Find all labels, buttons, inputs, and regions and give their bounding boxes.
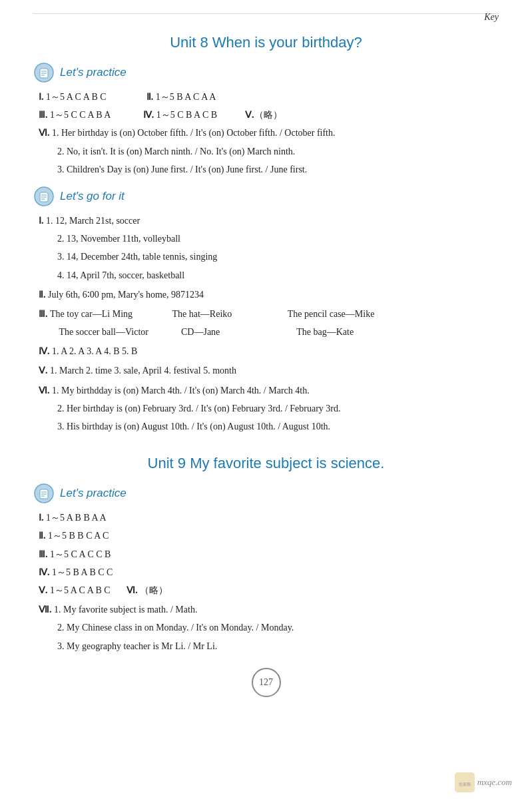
u9-roman-III: Ⅲ. (39, 549, 48, 559)
unit8-s2-v-line: Ⅴ. 1. March 2. time 3. sale, April 4. fe… (39, 362, 499, 379)
unit8-s1-l1-col2: Ⅱ. 1～5 B A C A A (146, 89, 216, 105)
unit8-section2-header: Let's go for it (33, 186, 499, 207)
u9-roman-I: Ⅰ. (39, 513, 44, 523)
roman-IV-s1: Ⅳ. (143, 110, 154, 120)
page-number-area: 127 (33, 668, 499, 697)
unit8-s2-vi-line2: 2. Her birthday is (on) February 3rd. / … (57, 400, 499, 417)
page-number: 127 (252, 668, 281, 697)
roman-III: Ⅲ. (39, 110, 48, 120)
lets-practice-icon (33, 62, 55, 83)
key-label: Key (484, 12, 499, 23)
u9-roman-VII: Ⅶ. (39, 605, 52, 615)
u9-s1-vii-line2: 2. My Chinese class in on Monday. / It's… (57, 619, 499, 636)
unit8-s2-i-line4: 4. 14, April 7th, soccer, basketball (57, 267, 499, 284)
u9-s1-vii-line3: 3. My geography teacher is Mr Li. / Mr L… (57, 638, 499, 655)
roman-II-s2: Ⅱ. (39, 290, 46, 300)
iii-r2-c3: The bag—Kate (296, 327, 354, 337)
u9-s1-line-ii: Ⅱ. 1～5 B B C A C (39, 527, 499, 544)
unit8-s1-line2: Ⅲ. 1～5 C C A B A Ⅳ. 1～5 C B A C B Ⅴ.（略） (39, 107, 499, 123)
unit8-s2-ii-line: Ⅱ. July 6th, 6∶00 pm, Mary's home, 98712… (39, 286, 499, 303)
u9-s1-line-iv: Ⅳ. 1～5 B A B C C (39, 564, 499, 581)
unit8-title: Unit 8 When is your birthday? (33, 34, 499, 51)
iii-r1-c1: The toy car—Li Ming (50, 306, 170, 322)
svg-text:答案圈: 答案圈 (459, 782, 471, 786)
unit8-s2-iii-row1: Ⅲ. The toy car—Li Ming The hat—Reiko The… (39, 306, 499, 322)
roman-II: Ⅱ. (146, 92, 154, 102)
iii-r1-c2: The hat—Reiko (172, 306, 286, 322)
u9-s1-line-iii: Ⅲ. 1～5 C A C C B (39, 546, 499, 563)
watermark: 答案圈 mxqe.com (455, 772, 512, 792)
roman-IV-s2: Ⅳ. (39, 346, 50, 356)
unit8-s1-l1-col1: Ⅰ. 1～5 A C A B C (39, 89, 107, 105)
top-divider (33, 13, 499, 14)
roman-I: Ⅰ. (39, 92, 44, 102)
page: Key Unit 8 When is your birthday? Let's … (0, 0, 532, 799)
iii-r2-c1: The soccer ball—Victor (59, 324, 179, 340)
unit8-s2-i-line1: Ⅰ. 1. 12, March 21st, soccer (39, 212, 499, 229)
unit8-s2-i-line2: 2. 13, November 11th, volleyball (57, 230, 499, 247)
roman-I-s2: Ⅰ. (39, 216, 44, 226)
unit8-s1-vi-label-line: Ⅵ. 1. Her birthday is (on) October fifth… (39, 125, 499, 141)
u9-s1-line-i: Ⅰ. 1～5 A B B A A (39, 509, 499, 526)
unit8-section2-title: Let's go for it (60, 190, 125, 203)
unit9-section1-content: Ⅰ. 1～5 A B B A A Ⅱ. 1～5 B B C A C Ⅲ. 1～5… (39, 509, 499, 655)
u9-s1-line-v: Ⅴ. 1～5 A C A B C Ⅵ. （略） (39, 582, 499, 599)
unit8-section1-content: Ⅰ. 1～5 A C A B C Ⅱ. 1～5 B A C A A Ⅲ. 1～5… (39, 89, 499, 178)
unit8-section1-header: Let's practice (33, 62, 499, 83)
lets-go-icon (33, 186, 55, 207)
watermark-text: mxqe.com (477, 777, 512, 788)
unit9-lets-practice-icon (33, 483, 55, 504)
u9-roman-VI: Ⅵ. (127, 585, 138, 595)
unit8-s1-line1: Ⅰ. 1～5 A C A B C Ⅱ. 1～5 B A C A A (39, 89, 499, 105)
unit8-s2-i-line3: 3. 14, December 24th, table tennis, sing… (57, 248, 499, 265)
unit9-section1-title: Let's practice (60, 487, 127, 500)
iii-r1-c3: The pencil case—Mike (288, 309, 375, 319)
roman-V-s1: Ⅴ. (245, 110, 254, 120)
iii-r2-c2: CD—Jane (181, 324, 294, 340)
unit8-s2-iii-row2: The soccer ball—Victor CD—Jane The bag—K… (39, 324, 499, 340)
roman-VI-s2: Ⅵ. (39, 386, 50, 396)
roman-VI-s1: Ⅵ. (39, 128, 50, 138)
u9-roman-II: Ⅱ. (39, 531, 46, 541)
unit8-section2-content: Ⅰ. 1. 12, March 21st, soccer 2. 13, Nove… (39, 212, 499, 435)
unit8-s2-vi-line3: 3. His birthday is (on) August 10th. / I… (57, 418, 499, 435)
unit8-section1-title: Let's practice (60, 66, 127, 79)
roman-V-s2: Ⅴ. (39, 366, 48, 376)
unit8-s2-vi-line1: Ⅵ. 1. My birthdday is (on) March 4th. / … (39, 382, 499, 399)
u9-roman-IV: Ⅳ. (39, 567, 50, 577)
unit9-title: Unit 9 My favorite subject is science. (33, 455, 499, 472)
unit8-s1-vi-line2: 2. No, it isn't. It is (on) March ninth.… (57, 143, 499, 160)
unit8-s1-vi-line3: 3. Children's Day is (on) June first. / … (57, 161, 499, 178)
watermark-logo-icon: 答案圈 (455, 772, 475, 792)
u9-s1-vii-line1: Ⅶ. 1. My favorite subject is math. / Mat… (39, 601, 499, 618)
unit9-section1-header: Let's practice (33, 483, 499, 504)
roman-III-s2: Ⅲ. (39, 309, 48, 319)
u9-roman-V: Ⅴ. (39, 585, 48, 595)
unit8-s2-iv-line: Ⅳ. 1. A 2. A 3. A 4. B 5. B (39, 343, 499, 360)
